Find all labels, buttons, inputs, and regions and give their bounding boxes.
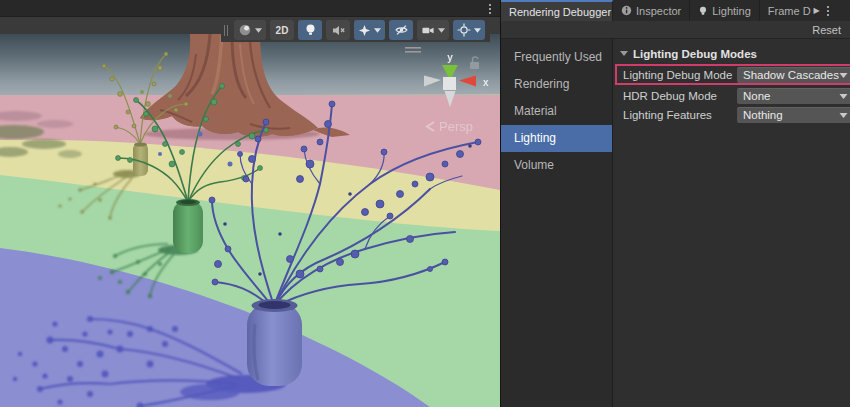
debugger-content: Lighting Debug Modes Lighting Debug Mode… bbox=[613, 39, 850, 407]
chevron-down-icon bbox=[438, 28, 445, 33]
sidebar-item-volume[interactable]: Volume bbox=[501, 152, 612, 179]
debugger-toolbar: Reset bbox=[501, 21, 850, 39]
audio-muted-icon bbox=[331, 24, 346, 37]
chevron-down-icon bbox=[374, 28, 381, 33]
camera-icon bbox=[421, 24, 435, 37]
lighting-debug-mode-dropdown[interactable]: Shadow Cascades bbox=[737, 67, 850, 83]
chevron-down-icon bbox=[839, 73, 848, 78]
draw-mode-button[interactable] bbox=[234, 20, 266, 40]
dropdown-value: Shadow Cascades bbox=[743, 69, 839, 81]
scene-visibility-toggle-button[interactable] bbox=[389, 20, 413, 40]
tab-lighting[interactable]: Lighting bbox=[690, 0, 760, 21]
tab-label: Frame D bbox=[768, 5, 811, 17]
tab-label: Lighting bbox=[712, 5, 751, 17]
dropdown-value: None bbox=[743, 90, 839, 102]
scene-view: 2D bbox=[0, 0, 500, 407]
row-lighting-debug-mode: Lighting Debug Mode Shadow Cascades bbox=[617, 66, 850, 83]
camera-menu-button[interactable] bbox=[417, 20, 449, 40]
sidebar-item-lighting[interactable]: Lighting bbox=[501, 125, 612, 152]
field-label: Lighting Features bbox=[623, 109, 737, 121]
scene-pane-menu-icon[interactable] bbox=[487, 2, 493, 16]
scene-lighting-toggle-button[interactable] bbox=[298, 20, 322, 40]
info-icon bbox=[621, 5, 632, 16]
2d-label: 2D bbox=[276, 25, 289, 36]
vase-middle bbox=[173, 201, 203, 253]
effects-sparkle-icon bbox=[358, 24, 371, 37]
gizmos-menu-button[interactable] bbox=[453, 20, 485, 40]
toolbar-drag-handle[interactable] bbox=[224, 25, 228, 36]
scene-tab-strip bbox=[0, 0, 500, 17]
chevron-down-icon bbox=[255, 28, 262, 33]
foldout-triangle-icon[interactable] bbox=[620, 51, 628, 56]
rendering-debugger-panel: Rendering Debugger Inspector Lighting Fr… bbox=[500, 0, 850, 407]
chevron-down-icon bbox=[474, 28, 481, 33]
lightbulb-icon bbox=[304, 23, 317, 37]
eye-slash-icon bbox=[394, 23, 409, 37]
field-label: HDR Debug Mode bbox=[623, 90, 737, 102]
chevron-down-icon bbox=[839, 94, 848, 99]
sidebar-item-material[interactable]: Material bbox=[501, 98, 612, 125]
hdr-debug-mode-dropdown[interactable]: None bbox=[737, 88, 850, 104]
section-title: Lighting Debug Modes bbox=[633, 48, 848, 60]
audio-toggle-button[interactable] bbox=[326, 20, 350, 40]
shaded-sphere-icon bbox=[238, 23, 252, 37]
dropdown-value: Nothing bbox=[743, 109, 839, 121]
scene-viewport[interactable]: y x Persp bbox=[0, 34, 500, 407]
tab-rendering-debugger[interactable]: Rendering Debugger bbox=[501, 0, 613, 21]
tab-bar: Rendering Debugger Inspector Lighting Fr… bbox=[501, 0, 850, 21]
row-hdr-debug-mode: HDR Debug Mode None bbox=[613, 87, 850, 104]
lightbulb-icon bbox=[698, 5, 708, 17]
2d-toggle-button[interactable]: 2D bbox=[270, 20, 294, 40]
scene-overlay-toolbar: 2D bbox=[221, 18, 490, 42]
chevron-down-icon bbox=[839, 113, 848, 118]
highlight-box: Lighting Debug Mode Shadow Cascades bbox=[615, 64, 850, 85]
gizmo-center-cube bbox=[443, 77, 456, 90]
tab-inspector[interactable]: Inspector bbox=[613, 0, 690, 21]
pane-menu-icon[interactable] bbox=[823, 0, 835, 21]
gizmo-axis-y-label: y bbox=[447, 52, 453, 63]
tab-scroll-arrow-icon[interactable]: ▶ bbox=[811, 0, 823, 21]
section-header: Lighting Debug Modes bbox=[613, 45, 850, 62]
field-label: Lighting Debug Mode bbox=[623, 69, 737, 81]
sidebar-item-frequently-used[interactable]: Frequently Used bbox=[501, 44, 612, 71]
unity-editor-window: 2D bbox=[0, 0, 850, 407]
tab-label: Inspector bbox=[636, 5, 681, 17]
reset-button[interactable]: Reset bbox=[809, 24, 844, 36]
lighting-features-dropdown[interactable]: Nothing bbox=[737, 107, 850, 123]
tab-frame-debugger[interactable]: Frame D bbox=[760, 0, 811, 21]
tab-label: Rendering Debugger bbox=[509, 6, 611, 18]
sidebar-item-rendering[interactable]: Rendering bbox=[501, 71, 612, 98]
gizmo-axis-x-label: x bbox=[483, 77, 489, 88]
gizmo-crosshair-icon bbox=[457, 23, 471, 37]
debugger-sidebar: Frequently Used Rendering Material Light… bbox=[501, 39, 613, 407]
effects-menu-button[interactable] bbox=[354, 20, 385, 40]
row-lighting-features: Lighting Features Nothing bbox=[613, 106, 850, 123]
projection-label: Persp bbox=[439, 119, 473, 134]
